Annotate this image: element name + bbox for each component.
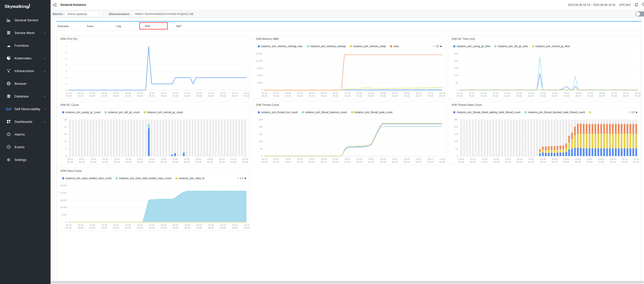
tab-log[interactable]: Log <box>116 22 121 30</box>
svg-text:25,000: 25,000 <box>60 184 67 187</box>
toggle-switch[interactable] <box>635 11 644 16</box>
svg-text:19:06: 19:06 <box>208 92 214 94</box>
svg-text:05-08: 05-08 <box>243 95 249 97</box>
chart-canvas-jvm-cpu[interactable]: 0123456718:1805-0818:2205-0818:2605-0818… <box>57 42 250 99</box>
gear-icon: ⚙ <box>6 157 11 162</box>
svg-text:05-08: 05-08 <box>392 95 397 97</box>
service-select[interactable]: shenyu-gateway <box>65 11 103 17</box>
svg-text:05-08: 05-08 <box>160 161 166 163</box>
legend-label: instance_jvm_young_gc_time <box>457 45 490 48</box>
svg-text:18:50: 18:50 <box>161 224 166 226</box>
time-range-picker[interactable]: 2022-05-08 18:18 ~ 2022-05-08 19:18 <box>568 3 615 6</box>
chart-canvas-jvm-memory[interactable]: 03,0006,0009,00012,00015,00018:1805-0818… <box>253 50 445 99</box>
svg-text:200: 200 <box>259 126 263 128</box>
svg-text:05-08: 05-08 <box>78 227 83 229</box>
svg-text:18:18: 18:18 <box>458 158 464 160</box>
sidebar-item-database[interactable]: Database <box>0 90 51 103</box>
sidebar-item-settings[interactable]: ⚙Settings <box>0 153 51 166</box>
legend-item[interactable]: instance_jvm_thread_peak_count <box>351 111 393 114</box>
chart-canvas-jvm-thread-count[interactable]: 05010015020025018:1805-0818:2205-0818:26… <box>253 116 445 165</box>
legend-item[interactable]: instance_jvm_thread_daemon_count <box>302 111 347 114</box>
svg-text:05-08: 05-08 <box>232 95 238 97</box>
sidebar-item-kubernetes[interactable]: Kubernetes <box>0 52 51 64</box>
svg-text:19:02: 19:02 <box>196 224 202 226</box>
horizontal-scrollbar[interactable] <box>51 281 644 283</box>
svg-text:05-08: 05-08 <box>207 161 213 163</box>
svg-text:19:06: 19:06 <box>599 158 604 160</box>
sidebar-item-alarms[interactable]: Alarms <box>0 128 51 141</box>
chevron-down-icon <box>44 69 46 73</box>
legend-item[interactable] <box>589 111 592 113</box>
svg-text:18:46: 18:46 <box>344 92 350 94</box>
svg-text:18:18: 18:18 <box>66 92 72 94</box>
svg-text:19:14: 19:14 <box>622 158 627 160</box>
sidebar-item-functions[interactable]: ☁Functions <box>0 39 51 52</box>
legend-next-icon[interactable]: ▶ <box>636 111 638 113</box>
legend-item[interactable]: instance_jvm_young_gc_count <box>62 111 100 114</box>
legend-label: instance_jvm_memory_noheap_max <box>261 45 303 48</box>
service-instance-select[interactable]: 74d96c778c694c6b9b6322c62d55b765@192.168 <box>131 11 188 17</box>
legend-item[interactable]: instance_jvm_class_loaded_class_count <box>62 177 112 180</box>
svg-text:05-08: 05-08 <box>598 161 604 163</box>
legend-prev-icon[interactable]: ◀ <box>433 45 434 47</box>
svg-text:18:18: 18:18 <box>261 158 267 160</box>
legend-item[interactable]: instance_jvm_class_total_loaded_class_co… <box>116 177 171 180</box>
tab-overview[interactable]: Overview <box>57 22 69 30</box>
svg-text:05-08: 05-08 <box>552 95 558 97</box>
legend-item[interactable]: instance_jvm_memory_heap <box>350 45 386 48</box>
legend-item[interactable]: insta <box>390 45 399 48</box>
legend-next-icon[interactable]: ▶ <box>440 45 442 47</box>
legend-label: instance_jvm_normal_gc_count <box>147 111 183 114</box>
svg-text:19:06: 19:06 <box>208 224 214 226</box>
chart-canvas-jvm-thread-state-count[interactable]: 05010015020025018:1805-0818:2205-0818:26… <box>448 116 641 165</box>
panel-jvm-cpu: JVM CPU (%)0123456718:1805-0818:2205-081… <box>57 36 250 99</box>
svg-text:19:18: 19:18 <box>635 92 641 94</box>
tab-trace[interactable]: Trace <box>87 22 93 30</box>
chart-canvas-jvm-gc-time[interactable]: 05010015020025018:1805-0818:2205-0818:26… <box>448 50 641 99</box>
legend-item[interactable]: instance_jvm_normal_gc_count <box>144 111 183 114</box>
sidebar-item-service-mesh[interactable]: Service Mesh <box>0 26 51 39</box>
legend-item[interactable]: instance_jvm_young_gc_time <box>453 45 490 48</box>
svg-text:18:34: 18:34 <box>309 92 315 94</box>
sidebar-item-self-observability[interactable]: Sw)Self Observability <box>0 103 51 115</box>
legend-item[interactable]: instance_jvm_class_to <box>175 177 205 180</box>
sidebar-item-browser[interactable]: Browser <box>0 77 51 90</box>
sidebar-item-dashboards[interactable]: Dashboards <box>0 115 51 128</box>
svg-text:05-08: 05-08 <box>611 95 617 97</box>
globe-icon <box>6 81 11 86</box>
app-logo[interactable]: Skywalking) <box>0 0 51 9</box>
svg-text:05-08: 05-08 <box>416 161 421 163</box>
tab-jvm[interactable]: JVM <box>145 22 150 30</box>
legend-prev-icon[interactable]: ◀ <box>628 111 630 113</box>
panel-jvm-thread-count: JVM Thread Countinstance_jvm_thread_live… <box>252 102 446 165</box>
svg-text:5,000: 5,000 <box>61 213 67 216</box>
legend-item[interactable]: instance_jvm_thread_blocked_state_thread… <box>525 111 585 114</box>
chart-canvas-jvm-class-count[interactable]: 05,00010,00015,00020,00025,00018:1805-08… <box>57 182 250 231</box>
legend-item[interactable]: instance_jvm_memory_noheap <box>307 45 346 48</box>
chart-legend: instance_jvm_thread_live_countinstance_j… <box>253 108 445 116</box>
legend-next-icon[interactable]: ▶ <box>245 177 247 179</box>
logo-text: Skywalking <box>5 4 29 9</box>
svg-text:05-08: 05-08 <box>243 227 249 229</box>
legend-prev-icon[interactable]: ◀ <box>237 177 239 179</box>
legend-item[interactable]: instance_jvm_memory_noheap_max <box>258 45 303 48</box>
panel-jvm-memory: JVM Memory (MB)instance_jvm_memory_nohea… <box>252 36 446 99</box>
legend-item[interactable]: instance_jvm_thread_live_count <box>258 111 298 114</box>
collapse-sidebar-icon[interactable] <box>53 3 57 7</box>
chart-canvas-jvm-gc-count[interactable]: 051015202518:1805-0818:2205-0818:2605-08… <box>57 116 250 165</box>
refresh-icon[interactable] <box>635 3 638 7</box>
sidebar-item-events[interactable]: Events <box>0 141 51 153</box>
timezone-button[interactable]: UTC+8:0 <box>619 3 631 6</box>
sidebar-item-general-service[interactable]: General Service <box>0 14 51 26</box>
legend-item[interactable]: instance_jvm_old_gc_time <box>494 45 528 48</box>
legend-dot <box>258 111 260 113</box>
legend-item[interactable]: instance_jvm_old_gc_count <box>104 111 139 114</box>
sidebar-item-infrastructure[interactable]: Infrastructure <box>0 64 51 77</box>
svg-text:18:26: 18:26 <box>285 158 291 160</box>
legend-item[interactable]: instance_jvm_normal_gc_time <box>532 45 570 48</box>
tab-net[interactable]: .NET <box>176 22 182 30</box>
svg-text:18:26: 18:26 <box>89 92 95 94</box>
legend-item[interactable]: instance_jvm_thread_timed_waiting_state_… <box>453 111 520 114</box>
chevron-down-icon <box>44 94 46 98</box>
clock-icon[interactable] <box>642 3 644 7</box>
